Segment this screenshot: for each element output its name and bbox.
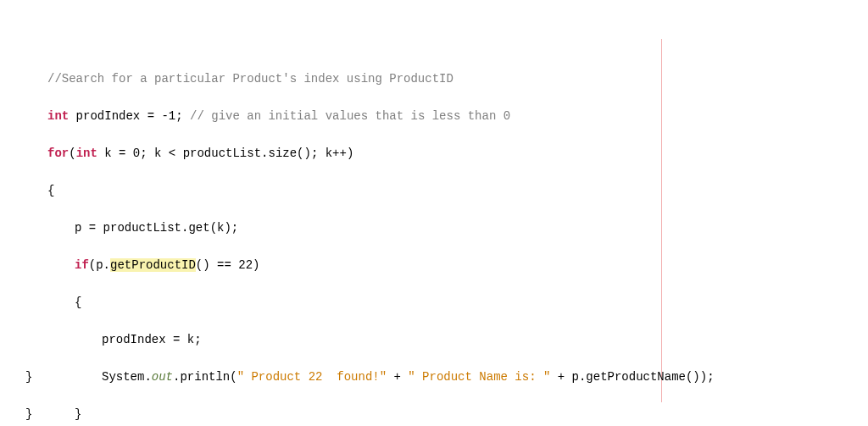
closing-braces: } } (25, 349, 797, 426)
code-line: //Search for a particular Product's inde… (47, 69, 819, 88)
code-line: { (47, 293, 819, 312)
code-line: p = productList.get(k); (47, 219, 819, 237)
highlight-method: getProductID (110, 258, 196, 272)
code-text: p = productList.get(k); (75, 221, 238, 235)
brace-close: } (25, 407, 32, 421)
keyword-int: int (76, 147, 97, 160)
code-line: if(p.getProductID() == 22) (47, 256, 819, 274)
keyword-if: if (75, 258, 89, 272)
comment: // give an initial values that is less t… (190, 109, 510, 123)
code-line: prodIndex = k; (47, 330, 819, 349)
brace-open: { (47, 184, 54, 197)
brace-close: } (25, 370, 32, 384)
identifier: prodIndex = -1; (69, 109, 190, 123)
code-text: () == 22) (196, 258, 260, 272)
code-text: prodIndex = k; (102, 333, 202, 346)
keyword-for: for (47, 147, 69, 160)
code-text: (p. (89, 258, 110, 272)
code-line: } (25, 368, 797, 386)
comment: //Search for a particular Product's inde… (47, 72, 453, 86)
keyword-int: int (47, 109, 69, 123)
code-line: { (47, 181, 819, 200)
punct: ( (69, 147, 75, 160)
brace-open: { (75, 296, 81, 309)
code-line: for(int k = 0; k < productList.size(); k… (47, 144, 819, 163)
code-line: int prodIndex = -1; // give an initial v… (47, 107, 819, 125)
code-line: } (25, 405, 797, 423)
code-text: k = 0; k < productList.size(); k++) (97, 147, 353, 160)
